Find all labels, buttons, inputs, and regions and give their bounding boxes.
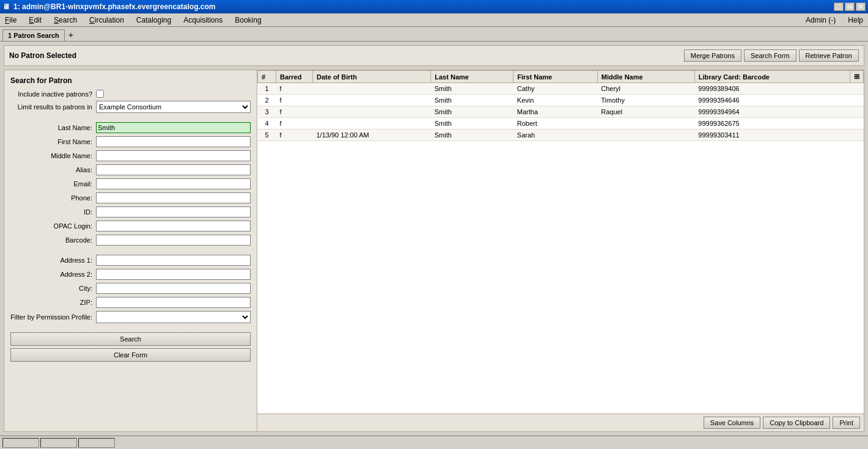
title-bar: 🖥 1: admin@BR1-winxpvmfx.phasefx.evergre… bbox=[0, 0, 868, 13]
table-row[interactable]: 5 f 1/13/90 12:00 AM Smith Sarah 9999930… bbox=[258, 130, 864, 141]
table-row[interactable]: 3 f Smith Martha Raquel 99999394964 bbox=[258, 106, 864, 118]
content-area: Search for Patron Include inactive patro… bbox=[4, 70, 864, 432]
phone-label: Phone: bbox=[10, 194, 96, 202]
menu-search[interactable]: Search bbox=[51, 15, 79, 26]
cell-barred: f bbox=[276, 95, 313, 106]
menu-file[interactable]: File bbox=[2, 15, 19, 26]
filter-profile-select[interactable] bbox=[96, 311, 251, 323]
id-label: ID: bbox=[10, 208, 96, 216]
cell-dob bbox=[313, 95, 431, 106]
col-header-middle-name: Middle Name bbox=[597, 71, 694, 83]
no-patron-label: No Patron Selected bbox=[9, 51, 76, 60]
middle-name-label: Middle Name: bbox=[10, 152, 96, 159]
tab-patron-search[interactable]: 1 Patron Search bbox=[2, 29, 65, 41]
menu-help[interactable]: Help bbox=[845, 15, 866, 26]
opac-login-row: OPAC Login: bbox=[10, 221, 251, 232]
address2-row: Address 2: bbox=[10, 269, 251, 280]
middle-name-row: Middle Name: bbox=[10, 150, 251, 161]
main-content: No Patron Selected Merge Patrons Search … bbox=[0, 42, 868, 436]
retrieve-patron-button[interactable]: Retrieve Patron bbox=[799, 49, 859, 62]
cell-first-name: Kevin bbox=[513, 95, 597, 106]
cell-first-name: Martha bbox=[513, 106, 597, 118]
results-table-container: # Barred Date of Birth Last Name First N… bbox=[257, 70, 864, 414]
merge-patrons-button[interactable]: Merge Patrons bbox=[684, 49, 741, 62]
limit-results-row: Limit results to patrons in Example Cons… bbox=[10, 101, 251, 113]
menu-edit[interactable]: Edit bbox=[26, 15, 44, 26]
city-row: City: bbox=[10, 283, 251, 294]
menu-right: Admin (-) Help bbox=[803, 15, 866, 26]
city-input[interactable] bbox=[96, 283, 251, 294]
menu-bar: File Edit Search Circulation Cataloging … bbox=[0, 13, 868, 27]
alias-input[interactable] bbox=[96, 164, 251, 175]
last-name-input[interactable] bbox=[96, 122, 251, 133]
cell-extra bbox=[850, 130, 864, 141]
phone-row: Phone: bbox=[10, 192, 251, 203]
zip-row: ZIP: bbox=[10, 297, 251, 308]
search-panel-title: Search for Patron bbox=[10, 76, 251, 85]
copy-clipboard-button[interactable]: Copy to Clipboard bbox=[763, 417, 830, 429]
include-inactive-checkbox[interactable] bbox=[96, 90, 104, 98]
zip-input[interactable] bbox=[96, 297, 251, 308]
address1-label: Address 1: bbox=[10, 257, 96, 264]
first-name-input[interactable] bbox=[96, 136, 251, 147]
email-row: Email: bbox=[10, 178, 251, 189]
first-name-row: First Name: bbox=[10, 136, 251, 147]
table-row[interactable]: 4 f Smith Robert 99999362675 bbox=[258, 118, 864, 130]
middle-name-input[interactable] bbox=[96, 150, 251, 161]
filter-profile-row: Filter by Permission Profile: bbox=[10, 311, 251, 323]
last-name-label: Last Name: bbox=[10, 124, 96, 131]
button-row: Search Clear Form bbox=[10, 332, 251, 362]
cell-barred: f bbox=[276, 106, 313, 118]
first-name-label: First Name: bbox=[10, 138, 96, 145]
cell-barcode: 99999362675 bbox=[694, 118, 850, 130]
cell-last-name: Smith bbox=[431, 83, 513, 95]
cell-barred: f bbox=[276, 83, 313, 95]
menu-cataloging[interactable]: Cataloging bbox=[134, 15, 174, 26]
barcode-input[interactable] bbox=[96, 235, 251, 246]
tab-bar: 1 Patron Search + bbox=[0, 27, 868, 42]
clear-form-button[interactable]: Clear Form bbox=[10, 348, 251, 362]
address1-input[interactable] bbox=[96, 255, 251, 266]
close-button[interactable]: ✕ bbox=[856, 2, 866, 11]
cell-num: 3 bbox=[258, 106, 276, 118]
email-input[interactable] bbox=[96, 178, 251, 189]
cell-barcode: 99999394646 bbox=[694, 95, 850, 106]
app-icon: 🖥 bbox=[2, 2, 10, 11]
table-row[interactable]: 1 f Smith Cathy Cheryl 99999389406 bbox=[258, 83, 864, 95]
menu-admin[interactable]: Admin (-) bbox=[803, 15, 838, 26]
col-header-expand[interactable]: ⊞ bbox=[850, 71, 864, 83]
id-input[interactable] bbox=[96, 206, 251, 217]
search-form-button[interactable]: Search Form bbox=[744, 49, 796, 62]
menu-booking[interactable]: Booking bbox=[232, 15, 263, 26]
cell-num: 5 bbox=[258, 130, 276, 141]
save-columns-button[interactable]: Save Columns bbox=[704, 417, 761, 429]
barcode-row: Barcode: bbox=[10, 235, 251, 246]
opac-login-input[interactable] bbox=[96, 221, 251, 232]
cell-middle-name: Timothy bbox=[597, 95, 694, 106]
cell-num: 1 bbox=[258, 83, 276, 95]
menu-circulation[interactable]: Circulation bbox=[87, 15, 127, 26]
restore-button[interactable]: ▭ bbox=[845, 2, 855, 11]
menu-acquisitions[interactable]: Acquisitions bbox=[181, 15, 225, 26]
table-row[interactable]: 2 f Smith Kevin Timothy 99999394646 bbox=[258, 95, 864, 106]
cell-dob bbox=[313, 118, 431, 130]
status-segment-3 bbox=[78, 438, 115, 448]
barcode-label: Barcode: bbox=[10, 236, 96, 244]
cell-dob bbox=[313, 83, 431, 95]
cell-barcode: 99999303411 bbox=[694, 130, 850, 141]
id-row: ID: bbox=[10, 206, 251, 217]
add-tab-button[interactable]: + bbox=[66, 30, 76, 40]
alias-label: Alias: bbox=[10, 166, 96, 173]
phone-input[interactable] bbox=[96, 192, 251, 203]
search-button[interactable]: Search bbox=[10, 332, 251, 346]
print-button[interactable]: Print bbox=[833, 417, 860, 429]
limit-results-select[interactable]: Example Consortium bbox=[96, 101, 251, 113]
status-segment-1 bbox=[2, 438, 39, 448]
cell-last-name: Smith bbox=[431, 95, 513, 106]
address2-input[interactable] bbox=[96, 269, 251, 280]
top-action-bar: No Patron Selected Merge Patrons Search … bbox=[4, 45, 864, 66]
cell-extra bbox=[850, 106, 864, 118]
city-label: City: bbox=[10, 285, 96, 292]
minimize-button[interactable]: _ bbox=[834, 2, 844, 11]
cell-num: 4 bbox=[258, 118, 276, 130]
